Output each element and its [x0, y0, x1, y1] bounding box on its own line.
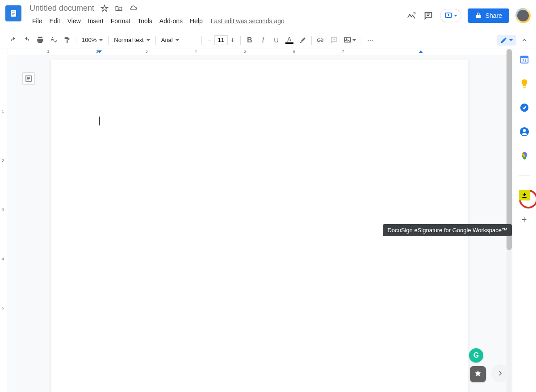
- highlight-button[interactable]: [296, 34, 309, 46]
- grammarly-button[interactable]: G: [469, 348, 483, 363]
- toolbar: 100% Normal text Arial − + B I U A: [0, 31, 536, 49]
- svg-point-12: [370, 39, 371, 40]
- dropdown-arrow-icon: [99, 39, 103, 41]
- account-avatar[interactable]: [515, 8, 531, 23]
- main-area: 1 2 3 4 5 1 2 3 4 5 6 7 G: [0, 49, 536, 392]
- svg-point-23: [523, 129, 525, 132]
- keep-icon[interactable]: [519, 79, 529, 88]
- get-addons-button[interactable]: +: [519, 215, 529, 225]
- svg-rect-19: [520, 56, 528, 58]
- docusign-addon[interactable]: [519, 190, 530, 200]
- activity-icon[interactable]: [406, 10, 417, 21]
- horizontal-ruler[interactable]: 1 2 3 4 5 6 7: [8, 49, 512, 55]
- menu-bar: File Edit View Insert Format Tools Add-o…: [29, 16, 406, 26]
- comments-icon[interactable]: [423, 10, 434, 21]
- paragraph-style-select[interactable]: Normal text: [111, 35, 152, 45]
- document-canvas: 1 2 3 4 5 6 7 G: [8, 49, 512, 392]
- document-title[interactable]: Untitled document: [29, 4, 94, 13]
- dropdown-arrow-icon: [509, 39, 513, 41]
- font-select[interactable]: Arial: [159, 35, 199, 45]
- decrease-font-button[interactable]: −: [205, 35, 214, 45]
- redo-button[interactable]: [21, 34, 33, 46]
- share-label: Share: [486, 12, 502, 19]
- editing-mode-button[interactable]: [497, 35, 516, 46]
- star-icon[interactable]: [100, 4, 109, 13]
- insert-link-button[interactable]: [314, 34, 327, 46]
- undo-button[interactable]: [7, 34, 20, 46]
- menu-format[interactable]: Format: [108, 16, 133, 26]
- toolbar-separator: [361, 36, 361, 45]
- underline-button[interactable]: U: [270, 34, 283, 46]
- svg-rect-1: [12, 12, 15, 12]
- last-edit-link[interactable]: Last edit was seconds ago: [211, 17, 285, 25]
- menu-help[interactable]: Help: [187, 16, 205, 26]
- font-size-control: − +: [205, 35, 238, 45]
- cloud-icon[interactable]: [129, 4, 137, 13]
- menu-insert[interactable]: Insert: [85, 16, 106, 26]
- dropdown-arrow-icon: [454, 15, 457, 17]
- docusign-icon: [519, 190, 530, 200]
- text-color-button[interactable]: A: [284, 34, 295, 46]
- app-header: Untitled document File Edit View Insert …: [0, 0, 536, 31]
- add-comment-button[interactable]: [328, 34, 340, 46]
- calendar-icon[interactable]: 31: [519, 54, 529, 64]
- title-area: Untitled document File Edit View Insert …: [29, 4, 406, 26]
- dropdown-arrow-icon: [352, 39, 356, 41]
- hide-menus-button[interactable]: [520, 36, 529, 45]
- menu-file[interactable]: File: [29, 16, 45, 26]
- increase-font-button[interactable]: +: [228, 35, 238, 45]
- scrollbar-thumb[interactable]: [507, 49, 512, 250]
- contacts-icon[interactable]: [519, 127, 529, 137]
- outline-button[interactable]: [22, 72, 35, 85]
- spellcheck-button[interactable]: [47, 34, 60, 46]
- toolbar-separator: [155, 36, 156, 45]
- share-button[interactable]: Share: [468, 8, 509, 23]
- zoom-select[interactable]: 100%: [79, 35, 105, 45]
- side-panel: 31 + DocuSign eSignature for Google Work…: [512, 49, 536, 392]
- menu-view[interactable]: View: [65, 16, 84, 26]
- more-button[interactable]: [364, 34, 377, 46]
- svg-rect-2: [12, 13, 15, 13]
- maps-icon[interactable]: [519, 151, 529, 161]
- menu-addons[interactable]: Add-ons: [157, 16, 185, 26]
- present-button[interactable]: [440, 9, 461, 22]
- dropdown-arrow-icon: [147, 39, 150, 41]
- vertical-scrollbar[interactable]: [507, 49, 512, 392]
- toolbar-separator: [240, 36, 241, 45]
- left-indent-marker[interactable]: [97, 50, 102, 55]
- docusign-tooltip: DocuSign eSignature for Google Workspace…: [383, 224, 512, 236]
- menu-edit[interactable]: Edit: [47, 16, 63, 26]
- menu-tools[interactable]: Tools: [135, 16, 155, 26]
- svg-point-13: [372, 39, 373, 40]
- tasks-icon[interactable]: [519, 103, 529, 113]
- move-icon[interactable]: [115, 4, 123, 13]
- toolbar-separator: [201, 36, 202, 45]
- dropdown-arrow-icon: [176, 39, 179, 41]
- panel-divider: [519, 175, 530, 175]
- toolbar-separator: [108, 36, 109, 45]
- side-panel-toggle[interactable]: [491, 364, 509, 382]
- bold-button[interactable]: B: [243, 34, 256, 46]
- paint-format-button[interactable]: [61, 34, 73, 46]
- vertical-ruler[interactable]: 1 2 3 4 5: [0, 49, 8, 392]
- right-indent-marker[interactable]: [419, 50, 423, 55]
- svg-point-11: [368, 39, 368, 40]
- explore-button[interactable]: [470, 366, 486, 382]
- toolbar-separator: [76, 36, 76, 45]
- text-cursor: [99, 117, 100, 125]
- print-button[interactable]: [34, 34, 46, 46]
- toolbar-separator: [311, 36, 312, 45]
- italic-button[interactable]: I: [257, 34, 269, 46]
- font-size-input[interactable]: [214, 35, 228, 45]
- docs-logo[interactable]: [5, 5, 21, 21]
- svg-rect-3: [12, 15, 14, 15]
- svg-text:31: 31: [522, 59, 527, 63]
- insert-image-button[interactable]: [341, 34, 358, 46]
